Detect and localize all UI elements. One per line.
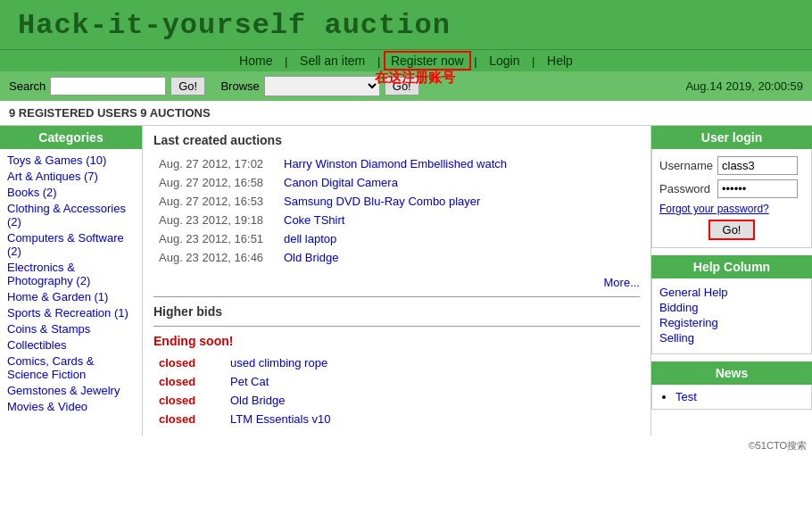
- nav-sell[interactable]: Sell an item: [291, 54, 374, 68]
- status-badge: closed: [153, 410, 225, 428]
- higher-bids-header: Higher bids: [153, 304, 640, 319]
- nav-register[interactable]: Register now: [384, 51, 471, 71]
- table-row: closed used climbing rope: [153, 353, 640, 372]
- auction-link[interactable]: dell laptop: [284, 232, 336, 245]
- table-row: closed Old Bridge: [153, 391, 640, 410]
- auction-date: Aug. 27 2012, 17:02: [153, 154, 278, 173]
- auction-link[interactable]: Old Bridge: [284, 251, 338, 264]
- sidebar-item-comics[interactable]: Comics, Cards & Science Fiction: [7, 354, 95, 381]
- auction-link[interactable]: Harry Winston Diamond Embellished watch: [284, 157, 507, 170]
- sidebar-header: Categories: [0, 126, 142, 149]
- nav-help[interactable]: Help: [538, 54, 582, 68]
- login-go-button[interactable]: Go!: [708, 220, 756, 240]
- timestamp: Aug.14 2019, 20:00:59: [685, 79, 803, 93]
- annotation-register: 在这注册账号: [375, 70, 455, 87]
- auctions-header: Last created auctions: [153, 133, 640, 147]
- ending-title: used climbing rope: [225, 353, 640, 372]
- registered-text: 9 REGISTERED USERS 9 AUCTIONS: [9, 106, 211, 120]
- ending-link[interactable]: LTM Essentials v10: [230, 412, 330, 426]
- list-item: Comics, Cards & Science Fiction: [7, 354, 135, 381]
- sidebar-item-books[interactable]: Books (2): [7, 186, 57, 199]
- auction-link[interactable]: Samsung DVD Blu-Ray Combo player: [284, 195, 480, 208]
- list-item: Electronics & Photography (2): [7, 261, 135, 287]
- search-go-button[interactable]: Go!: [170, 77, 205, 96]
- news-body: Test: [651, 385, 812, 410]
- table-row: closed Pet Cat: [153, 372, 640, 391]
- help-column-box: Help Column General Help Bidding Registe…: [651, 255, 812, 354]
- auction-date: Aug. 23 2012, 19:18: [153, 211, 278, 229]
- password-label: Password: [659, 182, 717, 195]
- copyright: ©51CTO搜索: [0, 436, 812, 456]
- ending-title: LTM Essentials v10: [225, 410, 640, 428]
- ending-soon-section: Ending soon! closed used climbing rope c…: [153, 334, 640, 428]
- sidebar-item-coins[interactable]: Coins & Stamps: [7, 322, 90, 336]
- username-input[interactable]: [717, 156, 798, 175]
- list-item: Toys & Games (10): [7, 154, 135, 167]
- sidebar-item-clothing[interactable]: Clothing & Accessories (2): [7, 202, 126, 228]
- registered-info: 9 REGISTERED USERS 9 AUCTIONS: [0, 101, 812, 126]
- search-input[interactable]: [50, 77, 166, 96]
- news-item[interactable]: Test: [675, 390, 697, 403]
- list-item: Coins & Stamps: [7, 322, 135, 336]
- table-row: Aug. 23 2012, 16:51 dell laptop: [153, 229, 640, 248]
- news-header: News: [651, 361, 812, 385]
- list-item: Collectibles: [7, 338, 135, 352]
- sidebar-item-collectibles[interactable]: Collectibles: [7, 338, 66, 352]
- sidebar-item-toys[interactable]: Toys & Games (10): [7, 154, 106, 167]
- list-item: Clothing & Accessories (2): [7, 202, 135, 228]
- site-header: Hack-it-yourself auction: [0, 0, 812, 49]
- table-row: closed LTM Essentials v10: [153, 410, 640, 428]
- ending-link[interactable]: Old Bridge: [230, 394, 285, 407]
- nav-home[interactable]: Home: [230, 54, 281, 68]
- auction-link[interactable]: Coke TShirt: [284, 213, 344, 227]
- more-link[interactable]: More...: [604, 276, 640, 289]
- ending-link[interactable]: used climbing rope: [230, 356, 327, 370]
- table-row: Aug. 27 2012, 16:58 Canon Digital Camera: [153, 173, 640, 192]
- ending-title: Pet Cat: [225, 372, 640, 391]
- ending-soon-header: Ending soon!: [153, 334, 640, 348]
- status-badge: closed: [153, 353, 225, 372]
- site-title: Hack-it-yourself auction: [18, 9, 794, 42]
- sidebar-item-home[interactable]: Home & Garden (1): [7, 290, 108, 303]
- news-box: News Test: [651, 361, 812, 410]
- divider: [153, 296, 640, 297]
- search-left: Search Go! Browse Go!: [9, 76, 419, 96]
- main-layout: Categories Toys & Games (10) Art & Antiq…: [0, 126, 812, 436]
- sidebar-item-sports[interactable]: Sports & Recreation (1): [7, 306, 128, 320]
- help-column-header: Help Column: [651, 255, 812, 278]
- search-right: Aug.14 2019, 20:00:59: [685, 79, 803, 93]
- nav-bar: Home | Sell an item | Register now 在这注册账…: [0, 49, 812, 71]
- password-input[interactable]: [717, 179, 798, 198]
- forgot-password-link[interactable]: Forgot your password?: [659, 203, 804, 215]
- sidebar-item-gemstones[interactable]: Gemstones & Jewelry: [7, 384, 120, 397]
- user-login-box: User login Username Password Forgot your…: [651, 126, 812, 248]
- sidebar-item-art[interactable]: Art & Antiques (7): [7, 170, 98, 183]
- nav-login[interactable]: Login: [480, 54, 528, 68]
- help-bidding[interactable]: Bidding: [659, 301, 804, 314]
- status-badge: closed: [153, 372, 225, 391]
- auction-title: Old Bridge: [278, 248, 640, 267]
- help-general[interactable]: General Help: [659, 286, 804, 299]
- auction-title: Coke TShirt: [278, 211, 640, 229]
- auction-title: dell laptop: [278, 229, 640, 248]
- sidebar-item-movies[interactable]: Movies & Video: [7, 400, 87, 413]
- right-panel: User login Username Password Forgot your…: [651, 126, 812, 436]
- higher-bids-section: Higher bids: [153, 304, 640, 319]
- register-wrapper: Register now 在这注册账号: [384, 54, 471, 68]
- auction-link[interactable]: Canon Digital Camera: [284, 176, 398, 189]
- help-selling[interactable]: Selling: [659, 331, 804, 345]
- password-row: Password: [659, 179, 804, 198]
- list-item: Sports & Recreation (1): [7, 306, 135, 320]
- browse-label: Browse: [220, 79, 259, 93]
- divider2: [153, 326, 640, 327]
- search-label: Search: [9, 79, 46, 93]
- help-registering[interactable]: Registering: [659, 316, 804, 329]
- browse-select[interactable]: [264, 76, 380, 96]
- sidebar-list: Toys & Games (10) Art & Antiques (7) Boo…: [0, 149, 142, 420]
- user-login-header: User login: [651, 126, 812, 149]
- sidebar-item-electronics[interactable]: Electronics & Photography (2): [7, 261, 90, 287]
- list-item: Books (2): [7, 186, 135, 199]
- ending-link[interactable]: Pet Cat: [230, 375, 269, 388]
- sidebar-item-computers[interactable]: Computers & Software (2): [7, 231, 124, 258]
- sidebar: Categories Toys & Games (10) Art & Antiq…: [0, 126, 143, 436]
